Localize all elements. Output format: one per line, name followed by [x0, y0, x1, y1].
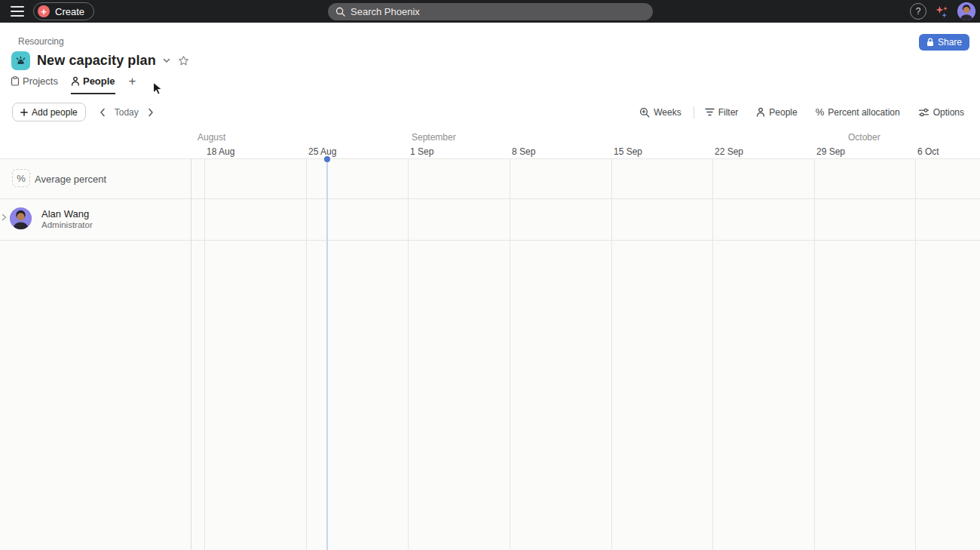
- toolbar-left-group: Add people Today: [12, 103, 157, 121]
- group-by-people-label: People: [769, 107, 797, 118]
- week-gridline: [408, 158, 409, 550]
- tab-people[interactable]: People: [71, 75, 115, 94]
- week-label: 1 Sep: [410, 146, 433, 157]
- week-gridline: [915, 158, 916, 550]
- clipboard-icon: [11, 76, 20, 86]
- capacity-plan-page: + Create ? Resourcing: [0, 0, 980, 550]
- person-role: Administrator: [41, 220, 93, 229]
- add-tab-button[interactable]: +: [127, 75, 138, 87]
- week-label: 25 Aug: [308, 146, 336, 157]
- week-gridline: [712, 158, 713, 550]
- hamburger-menu-icon[interactable]: [11, 6, 24, 17]
- ai-sparkle-icon[interactable]: [935, 5, 949, 19]
- percent-allocation-label: Percent allocation: [828, 107, 899, 118]
- share-button-label: Share: [938, 37, 962, 48]
- week-label: 8 Sep: [512, 146, 535, 157]
- filter-label: Filter: [718, 107, 739, 118]
- percent-glyph: %: [17, 173, 26, 184]
- zoom-weeks-label: Weeks: [654, 107, 681, 118]
- row-separator-line: [0, 198, 980, 199]
- topbar-right-group: ?: [910, 0, 975, 23]
- chevron-down-icon[interactable]: [163, 58, 170, 63]
- add-people-label: Add people: [32, 107, 78, 118]
- tab-projects-label: Projects: [23, 75, 58, 87]
- options-button[interactable]: Options: [918, 107, 964, 118]
- lock-icon: [926, 38, 934, 47]
- person-icon: [71, 76, 80, 86]
- average-percent-icon: %: [12, 169, 30, 187]
- percent-icon: %: [816, 106, 825, 118]
- row-separator-line: [0, 158, 980, 159]
- share-button[interactable]: Share: [919, 34, 969, 51]
- today-line: [326, 159, 328, 550]
- toolbar-divider: [694, 106, 694, 118]
- today-button[interactable]: Today: [115, 107, 139, 118]
- month-label: September: [412, 132, 456, 143]
- breadcrumb[interactable]: Resourcing: [18, 36, 64, 47]
- create-button[interactable]: + Create: [33, 2, 94, 20]
- zoom-icon: [639, 107, 650, 118]
- tab-people-label: People: [83, 75, 115, 87]
- tab-bar: Projects People +: [11, 75, 138, 94]
- chevron-left-icon: [100, 108, 106, 117]
- zoom-weeks-button[interactable]: Weeks: [639, 107, 681, 118]
- help-label: ?: [916, 6, 921, 17]
- person-row-avatar[interactable]: [10, 207, 32, 229]
- timeline-grid-background[interactable]: [0, 158, 980, 550]
- star-icon[interactable]: [178, 55, 189, 66]
- row-expand-chevron-icon[interactable]: [2, 214, 7, 221]
- chevron-right-icon: [148, 108, 154, 117]
- global-topbar: + Create ?: [0, 0, 980, 23]
- help-button[interactable]: ?: [910, 3, 926, 20]
- options-label: Options: [933, 107, 964, 118]
- group-by-people-button[interactable]: People: [756, 107, 797, 118]
- plus-icon: [20, 109, 28, 116]
- create-button-label: Create: [55, 6, 84, 17]
- left-panel-border: [191, 158, 191, 550]
- person-name[interactable]: Alan Wang: [41, 208, 89, 220]
- plus-circle-icon: +: [38, 5, 50, 17]
- global-search[interactable]: [328, 3, 653, 20]
- search-input[interactable]: [351, 6, 645, 17]
- tab-projects[interactable]: Projects: [11, 75, 58, 93]
- mouse-cursor: [152, 81, 164, 97]
- week-gridline: [204, 158, 205, 550]
- week-label: 22 Sep: [715, 146, 743, 157]
- title-row: New capacity plan: [11, 51, 189, 70]
- percent-allocation-button[interactable]: % Percent allocation: [816, 106, 900, 118]
- person-icon: [756, 107, 765, 117]
- page-title: New capacity plan: [37, 53, 156, 69]
- toolbar-right-group: Weeks Filter People % Percent allocation…: [639, 103, 964, 121]
- average-percent-label: Average percent: [35, 174, 106, 185]
- row-separator-line: [0, 240, 980, 241]
- week-gridline: [306, 158, 307, 550]
- week-label: 15 Sep: [614, 146, 642, 157]
- week-gridline: [510, 158, 510, 550]
- filter-icon: [705, 108, 715, 116]
- add-people-button[interactable]: Add people: [12, 103, 86, 121]
- week-label: 18 Aug: [207, 146, 234, 157]
- sliders-icon: [918, 108, 929, 117]
- week-gridline: [611, 158, 612, 550]
- search-icon: [335, 7, 345, 17]
- today-marker-dot: [324, 156, 330, 162]
- month-label: October: [848, 132, 880, 143]
- week-gridline: [814, 158, 815, 550]
- month-label: August: [198, 132, 225, 143]
- capacity-plan-icon: [11, 51, 30, 70]
- next-week-button[interactable]: [145, 105, 157, 120]
- week-label: 6 Oct: [917, 146, 939, 157]
- week-label: 29 Sep: [816, 146, 845, 157]
- filter-button[interactable]: Filter: [705, 107, 739, 118]
- user-avatar[interactable]: [957, 2, 975, 20]
- prev-week-button[interactable]: [96, 105, 109, 120]
